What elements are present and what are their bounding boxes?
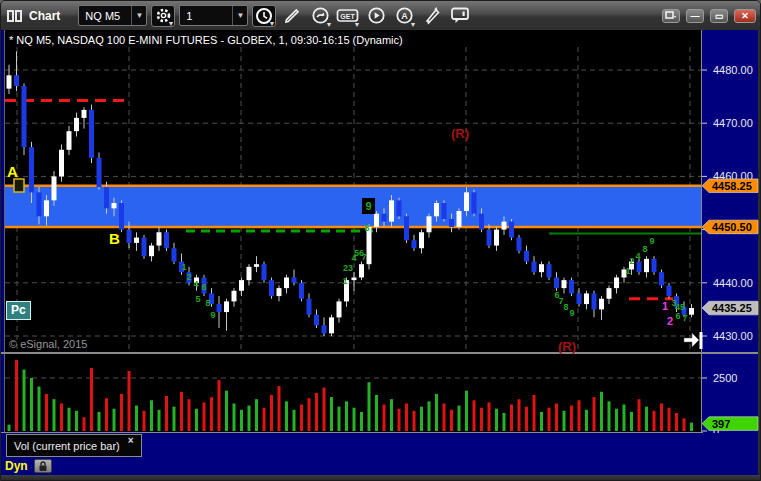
- candle-body: [472, 192, 477, 213]
- candle-body: [104, 187, 109, 208]
- volume-bar: [383, 405, 386, 431]
- candle-body: [637, 262, 642, 273]
- candle-body: [44, 200, 49, 216]
- volume-bar: [615, 409, 618, 431]
- candle-body: [577, 293, 582, 304]
- volume-bar: [173, 407, 176, 431]
- candle-body: [67, 131, 72, 150]
- bar-count-label: 9: [569, 308, 574, 318]
- volume-bar: [308, 398, 311, 431]
- volume-bar: [75, 411, 78, 431]
- candle-body: [427, 216, 432, 232]
- candle-body: [509, 222, 514, 238]
- volume-bar: [248, 406, 251, 431]
- candle-body: [412, 240, 417, 248]
- candle-body: [74, 118, 79, 131]
- volume-bar: [525, 407, 528, 431]
- candle-body: [382, 214, 387, 222]
- lock-scale-button[interactable]: [34, 459, 52, 473]
- candle-body: [652, 259, 657, 272]
- price-tick-label: 4480.00: [713, 64, 753, 76]
- volume-bar: [315, 393, 318, 431]
- candle-body: [22, 86, 27, 147]
- volume-bar: [488, 402, 491, 431]
- volume-bar: [180, 392, 183, 431]
- volume-bar: [630, 412, 633, 431]
- volume-bar: [443, 403, 446, 431]
- count-nine-label: 9: [365, 200, 371, 212]
- volume-bar: [128, 371, 131, 431]
- volume-bar: [593, 397, 596, 431]
- candle-body: [569, 280, 574, 293]
- bar-count-label: 9: [210, 310, 215, 320]
- volume-bar: [150, 400, 153, 431]
- candle-body: [554, 277, 559, 288]
- candle-body: [449, 219, 454, 227]
- volume-bar: [623, 405, 626, 431]
- volume-bar: [323, 388, 326, 431]
- candle-body: [644, 259, 649, 272]
- tab-volume[interactable]: Vol (current price bar) ×: [6, 434, 142, 457]
- pivot-letter-label: B: [109, 230, 120, 247]
- candle-body: [232, 291, 237, 302]
- bar-count-label: 5: [195, 294, 200, 304]
- volume-bar: [660, 403, 663, 431]
- candle-body: [97, 158, 102, 187]
- candle-body: [262, 264, 267, 280]
- candle-body: [457, 211, 462, 227]
- candle-body: [254, 264, 259, 267]
- candle-body: [224, 301, 229, 312]
- candle-body: [397, 200, 402, 216]
- volume-bar: [668, 408, 671, 431]
- volume-bar: [563, 411, 566, 431]
- pivot-letter-label: A: [7, 163, 18, 180]
- volume-bar: [225, 391, 228, 431]
- volume-bar: [690, 423, 693, 431]
- candle-body: [112, 203, 117, 208]
- volume-bar: [285, 401, 288, 431]
- volume-bar: [503, 413, 506, 431]
- zone-anchor-box: [14, 179, 24, 192]
- candle-body: [592, 293, 597, 309]
- volume-bar: [300, 405, 303, 431]
- bar-count-label: 8: [563, 302, 568, 312]
- candle-body: [37, 192, 42, 216]
- volume-bar: [135, 406, 138, 431]
- candle-body: [389, 200, 394, 221]
- candle-body: [149, 246, 154, 257]
- chart-plot[interactable]: AB(R)(R)12465891234567867891248934567129…: [1, 1, 761, 481]
- volume-bar: [375, 395, 378, 431]
- candle-body: [7, 75, 12, 88]
- candle-body: [142, 238, 147, 257]
- candle-body: [157, 232, 162, 245]
- volume-bar: [270, 395, 273, 431]
- volume-bar: [645, 407, 648, 431]
- candle-body: [329, 317, 334, 333]
- tab-close-icon[interactable]: ×: [128, 435, 134, 446]
- candle-body: [322, 325, 327, 333]
- volume-tick-label: 2500: [713, 372, 737, 384]
- dynamic-mode-button[interactable]: Dyn: [5, 459, 28, 473]
- volume-bar: [98, 412, 101, 431]
- volume-bar: [338, 407, 341, 431]
- volume-bar: [330, 397, 333, 431]
- time-axis-row: Dyn: [1, 457, 758, 475]
- candle-body: [374, 214, 379, 227]
- volume-bar: [233, 403, 236, 431]
- candle-body: [269, 280, 274, 296]
- candle-body: [164, 232, 169, 248]
- candle-body: [247, 267, 252, 280]
- candle-body: [127, 230, 132, 243]
- candle-body: [659, 272, 664, 285]
- candle-body: [352, 277, 357, 280]
- bar-count-label: 9: [649, 236, 654, 246]
- volume-bar: [120, 394, 123, 431]
- candle-body: [517, 238, 522, 251]
- volume-bar: [570, 406, 573, 431]
- candle-body: [562, 280, 567, 288]
- chart-symbol-title: * NQ M5, NASDAQ 100 E-MINI FUTURES - GLO…: [9, 34, 403, 46]
- candle-body: [689, 308, 694, 315]
- candle-body: [172, 248, 177, 261]
- volume-bar: [405, 403, 408, 431]
- pc-indicator-badge[interactable]: Pc: [6, 301, 31, 320]
